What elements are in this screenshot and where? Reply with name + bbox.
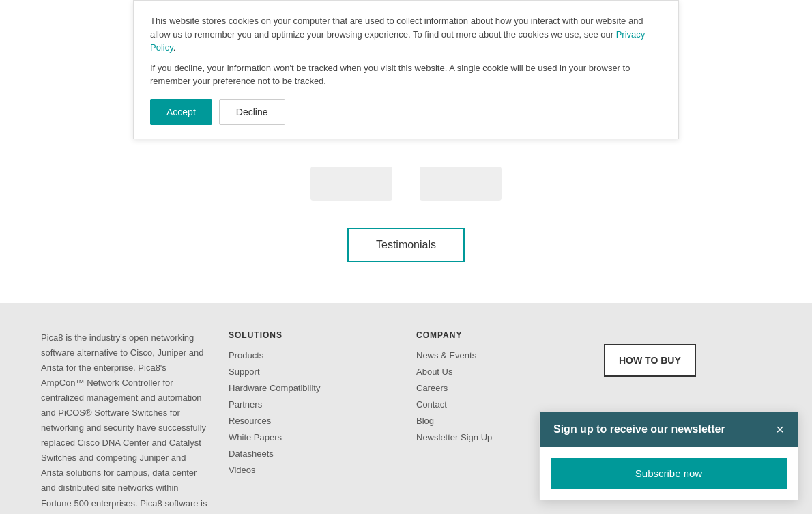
testimonials-button[interactable]: Testimonials: [347, 228, 465, 262]
how-to-buy-button[interactable]: HOW TO BUY: [604, 344, 696, 377]
logo-row: [0, 153, 812, 221]
newsletter-body: Subscribe now: [540, 447, 798, 500]
list-item: Careers: [416, 382, 583, 393]
company-heading: COMPANY: [416, 330, 583, 340]
main-content: Testimonials: [0, 139, 812, 303]
footer-about-column: Pica8 is the industry's open networking …: [41, 330, 208, 515]
list-item: Hardware Compatibility: [229, 382, 396, 393]
subscribe-button[interactable]: Subscribe now: [551, 458, 787, 489]
solution-link[interactable]: Products: [229, 350, 263, 360]
cookie-banner: This website stores cookies on your comp…: [133, 0, 679, 139]
solution-link[interactable]: Datasheets: [229, 448, 274, 459]
list-item: Datasheets: [229, 448, 396, 459]
decline-button[interactable]: Decline: [219, 99, 285, 125]
solution-link[interactable]: Hardware Compatibility: [229, 383, 320, 393]
list-item: Support: [229, 366, 396, 377]
solution-link[interactable]: Resources: [229, 416, 271, 426]
solution-link[interactable]: Partners: [229, 399, 262, 410]
solutions-heading: SOLUTIONS: [229, 330, 396, 340]
company-link[interactable]: Blog: [416, 416, 434, 426]
company-link[interactable]: News & Events: [416, 350, 476, 360]
list-item: Products: [229, 349, 396, 360]
solution-link[interactable]: Videos: [229, 465, 256, 475]
footer-about-text: Pica8 is the industry's open networking …: [41, 330, 208, 515]
solution-link[interactable]: White Papers: [229, 432, 282, 442]
solution-link[interactable]: Support: [229, 367, 260, 377]
newsletter-heading: Sign up to receive our newsletter: [553, 423, 725, 436]
newsletter-header: Sign up to receive our newsletter ×: [540, 412, 798, 447]
company-link[interactable]: About Us: [416, 367, 452, 377]
list-item: White Papers: [229, 431, 396, 442]
company-link[interactable]: Newsletter Sign Up: [416, 432, 492, 442]
list-item: Resources: [229, 415, 396, 426]
cookie-text-1: This website stores cookies on your comp…: [150, 14, 662, 55]
newsletter-popup: Sign up to receive our newsletter × Subs…: [539, 411, 798, 500]
list-item: Partners: [229, 399, 396, 410]
newsletter-close-button[interactable]: ×: [776, 423, 784, 436]
cookie-buttons: Accept Decline: [150, 99, 662, 125]
solutions-links-list: ProductsSupportHardware CompatibilityPar…: [229, 349, 396, 475]
accept-button[interactable]: Accept: [150, 99, 212, 125]
cookie-text-2: If you decline, your information won't b…: [150, 61, 662, 88]
logo-placeholder-1: [310, 167, 392, 201]
list-item: About Us: [416, 366, 583, 377]
list-item: News & Events: [416, 349, 583, 360]
company-link[interactable]: Contact: [416, 399, 447, 410]
logo-placeholder-2: [420, 167, 502, 201]
footer-solutions-column: SOLUTIONS ProductsSupportHardware Compat…: [229, 330, 396, 515]
list-item: Contact: [416, 399, 583, 410]
list-item: Videos: [229, 464, 396, 475]
company-link[interactable]: Careers: [416, 383, 448, 393]
